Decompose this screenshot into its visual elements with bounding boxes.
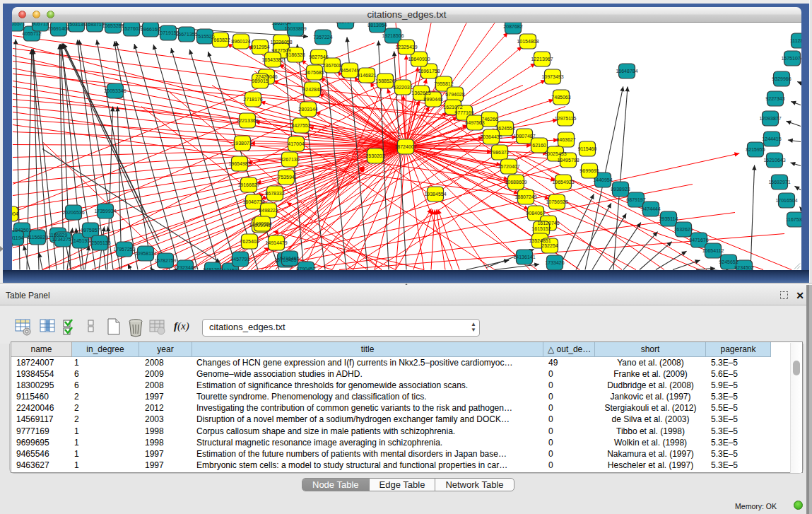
svg-text:9115460: 9115460 [578, 146, 597, 151]
svg-text:18724007: 18724007 [394, 144, 416, 149]
svg-text:8137074: 8137074 [336, 23, 355, 24]
svg-text:7955812: 7955812 [434, 81, 453, 86]
svg-text:10154808: 10154808 [517, 39, 539, 44]
svg-text:6322037: 6322037 [393, 85, 412, 90]
svg-text:1527602: 1527602 [122, 26, 141, 31]
svg-text:17359934: 17359934 [94, 209, 116, 214]
svg-text:20053346: 20053346 [104, 88, 126, 93]
svg-text:8960124: 8960124 [231, 39, 250, 44]
svg-text:18495798: 18495798 [557, 158, 579, 163]
svg-text:2718176: 2718176 [243, 97, 262, 102]
svg-text:8912954: 8912954 [250, 45, 269, 49]
svg-text:1490994: 1490994 [252, 221, 271, 226]
svg-text:12325419: 12325419 [395, 45, 417, 49]
svg-text:12213369: 12213369 [236, 118, 258, 123]
svg-text:7625402: 7625402 [240, 239, 259, 244]
svg-text:10756928: 10756928 [546, 199, 567, 204]
svg-text:16648784: 16648784 [616, 69, 637, 74]
svg-text:1863704: 1863704 [271, 23, 290, 25]
svg-text:19166827: 19166827 [237, 182, 259, 187]
svg-text:12975115: 12975115 [555, 116, 577, 121]
svg-text:16210643: 16210643 [763, 158, 785, 163]
svg-text:19384554: 19384554 [424, 192, 446, 197]
svg-text:1244415: 1244415 [762, 136, 781, 141]
svg-text:9777169: 9777169 [454, 110, 473, 115]
svg-text:14136141: 14136141 [513, 255, 535, 259]
svg-text:8186328: 8186328 [286, 52, 305, 57]
svg-text:7663822: 7663822 [211, 37, 230, 42]
svg-text:2367608: 2367608 [322, 63, 341, 68]
svg-text:3267130: 3267130 [12, 243, 13, 247]
svg-text:3267130: 3267130 [280, 157, 299, 162]
svg-text:2530203: 2530203 [365, 153, 384, 158]
svg-text:1503139: 1503139 [66, 23, 86, 27]
svg-text:7986372: 7986372 [490, 150, 509, 155]
svg-text:16782759: 16782759 [154, 258, 176, 263]
svg-text:13226058: 13226058 [270, 40, 292, 45]
svg-text:16046738: 16046738 [242, 199, 264, 204]
svg-text:3675685: 3675685 [305, 70, 324, 75]
svg-text:9245652: 9245652 [719, 259, 738, 264]
svg-text:1733426: 1733426 [545, 260, 564, 265]
svg-text:62160: 62160 [532, 143, 546, 148]
svg-text:18807249: 18807249 [514, 194, 536, 199]
svg-text:9234502: 9234502 [734, 265, 753, 270]
svg-text:7632621: 7632621 [673, 227, 693, 232]
svg-text:4055712: 4055712 [22, 31, 41, 36]
svg-text:1440954: 1440954 [593, 177, 612, 182]
svg-text:1615152: 1615152 [531, 226, 551, 231]
svg-text:417004: 417004 [12, 211, 18, 216]
svg-text:2935114: 2935114 [659, 216, 678, 221]
svg-text:16120746: 16120746 [537, 221, 559, 226]
svg-text:1938073: 1938073 [233, 141, 252, 146]
svg-text:10654112: 10654112 [702, 248, 724, 253]
svg-text:16033809: 16033809 [284, 26, 306, 31]
svg-text:9474444: 9474444 [641, 206, 660, 211]
svg-text:14914479: 14914479 [265, 240, 287, 245]
svg-text:9146821: 9146821 [357, 73, 376, 78]
svg-text:10807487: 10807487 [513, 134, 535, 139]
svg-text:1405571: 1405571 [12, 23, 25, 26]
svg-text:8471676: 8471676 [689, 238, 708, 243]
svg-text:9463627: 9463627 [556, 137, 575, 142]
svg-text:16961758: 16961758 [418, 69, 440, 74]
svg-text:8678332: 8678332 [265, 191, 284, 196]
svg-text:7485063: 7485063 [551, 95, 570, 100]
svg-text:9457791: 9457791 [230, 257, 249, 262]
svg-text:989015: 989015 [252, 78, 268, 83]
svg-text:9975857: 9975857 [81, 228, 100, 233]
svg-text:8215955: 8215955 [746, 147, 765, 152]
svg-text:2803144: 2803144 [298, 107, 317, 112]
svg-text:252254: 252254 [541, 243, 558, 248]
svg-text:9329966: 9329966 [772, 76, 791, 81]
svg-text:1588520: 1588520 [375, 78, 394, 83]
svg-text:9227343: 9227343 [765, 96, 784, 101]
svg-text:7357224: 7357224 [313, 35, 332, 40]
svg-text:19654923: 19654923 [552, 180, 574, 185]
svg-text:9084067: 9084067 [526, 211, 545, 216]
svg-text:12093877: 12093877 [759, 116, 781, 121]
svg-text:9699695: 9699695 [579, 168, 599, 173]
svg-text:1167533: 1167533 [786, 217, 801, 222]
svg-text:753594: 753594 [278, 175, 294, 180]
svg-text:9827546: 9827546 [309, 54, 328, 59]
svg-text:746266: 746266 [481, 117, 498, 122]
svg-text:10973493: 10973493 [541, 74, 563, 79]
svg-text:9242848: 9242848 [302, 87, 322, 92]
svg-text:417004: 417004 [288, 141, 304, 146]
svg-text:15692971: 15692971 [768, 180, 790, 185]
svg-text:1843501: 1843501 [12, 228, 31, 233]
svg-text:19218506: 19218506 [382, 33, 404, 38]
svg-text:19654983: 19654983 [228, 161, 250, 166]
svg-text:6794028: 6794028 [445, 92, 464, 97]
svg-text:1362615: 1362615 [411, 90, 430, 95]
svg-text:3498222: 3498222 [259, 208, 278, 213]
svg-text:391194: 391194 [12, 235, 24, 240]
svg-text:10025433: 10025433 [544, 151, 566, 156]
svg-text:1145193: 1145193 [71, 238, 90, 243]
svg-text:8454749: 8454749 [340, 68, 359, 73]
svg-text:10958117: 10958117 [135, 251, 157, 256]
svg-text:905713: 905713 [32, 23, 48, 26]
svg-text:12213967: 12213967 [531, 57, 553, 62]
svg-text:18640910: 18640910 [408, 57, 430, 62]
